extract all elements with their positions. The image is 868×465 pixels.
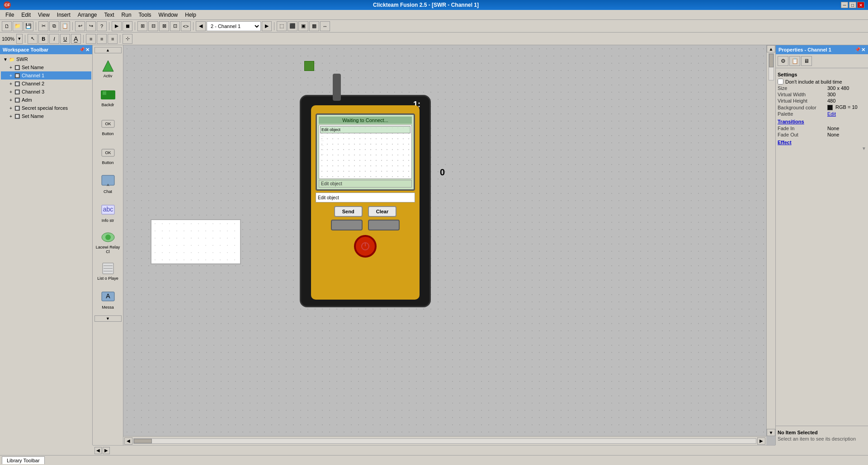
device-clear-button[interactable]: Clear (368, 206, 397, 217)
dont-include-checkbox[interactable] (778, 79, 783, 85)
green-square-object[interactable] (304, 61, 314, 71)
device-power-button[interactable] (354, 235, 377, 258)
properties-pin-button[interactable]: 📌 (855, 47, 860, 53)
prop-icon-display[interactable]: 🖥 (801, 56, 812, 66)
device-send-button[interactable]: Send (334, 206, 363, 217)
grid-button2[interactable]: ⊟ (148, 21, 158, 31)
zoom-dropdown[interactable]: ▾ (16, 34, 23, 44)
obj-backdrop[interactable]: Backdr (94, 84, 122, 111)
transform-tool[interactable]: ⊹ (123, 34, 132, 44)
save-button[interactable]: 💾 (24, 21, 33, 31)
device-input-field[interactable] (316, 193, 415, 202)
vscroll-up-arrow[interactable]: ▲ (767, 45, 775, 52)
frame-btn2[interactable]: ⬛ (288, 21, 297, 31)
obj-lacewing[interactable]: Lacewi Relay Cl (94, 229, 122, 256)
obj-button2[interactable]: OK Button (94, 142, 122, 169)
italic-tool[interactable]: I (49, 34, 59, 44)
tree-item-channel2[interactable]: + 🔲 Channel 2 (1, 80, 91, 88)
grid-button3[interactable]: ⊠ (159, 21, 169, 31)
close-button[interactable]: ✕ (857, 2, 864, 8)
run-button[interactable]: ▶ (112, 21, 122, 31)
next-frame-button[interactable]: ▶ (262, 21, 272, 31)
prop-scroll-down[interactable]: ▼ (778, 146, 866, 151)
align-right-tool[interactable]: ≡ (108, 34, 118, 44)
hscroll-thumb[interactable] (134, 439, 152, 443)
tree-item-setname[interactable]: + 🔲 Set Name (1, 63, 91, 71)
channel-dropdown[interactable]: 2 - Channel 1 (207, 21, 261, 31)
help-button[interactable]: ? (97, 21, 107, 31)
menu-tools[interactable]: Tools (135, 11, 155, 19)
vscroll-down-arrow[interactable]: ▼ (767, 429, 775, 436)
menu-text[interactable]: Text (101, 11, 118, 19)
minimize-button[interactable]: ─ (841, 2, 848, 8)
tree-item-secretsf[interactable]: + 🔲 Secret special forces (1, 104, 91, 112)
tree-item-swr[interactable]: ▼ 📁 SWR (1, 55, 91, 63)
frame-btn1[interactable]: ⬚ (277, 21, 287, 31)
scroll-down-obj[interactable]: ▼ (94, 315, 122, 322)
stop-button[interactable]: ◼ (123, 21, 132, 31)
prev-frame-button[interactable]: ◀ (196, 21, 206, 31)
grid-button5[interactable]: <> (181, 21, 191, 31)
tree-item-channel1[interactable]: + 🔲 Channel 1 (1, 71, 91, 80)
tree-item-adm[interactable]: + 🔲 Adm (1, 96, 91, 104)
hscroll-track[interactable] (133, 438, 756, 444)
obj-button1[interactable]: OK Button (94, 113, 122, 140)
copy-button[interactable]: ⧉ (49, 21, 59, 31)
underline-tool[interactable]: U (60, 34, 70, 44)
frame-prev-nav[interactable]: ◀ (94, 447, 102, 454)
menu-file[interactable]: File (2, 11, 18, 19)
scroll-up-obj[interactable]: ▲ (94, 47, 122, 53)
palette-edit-link[interactable]: Edit (827, 111, 836, 117)
bold-tool[interactable]: B (38, 34, 48, 44)
svg-text:A: A (106, 292, 110, 300)
grid-button1[interactable]: ⊞ (137, 21, 147, 31)
menu-view[interactable]: View (34, 11, 53, 19)
obj-chatbox[interactable]: A Chat (94, 171, 122, 198)
frame-next-nav[interactable]: ▶ (103, 447, 110, 454)
menu-edit[interactable]: Edit (18, 11, 34, 19)
vscroll-thumb[interactable] (769, 54, 774, 67)
tree-item-channel3[interactable]: + 🔲 Channel 3 (1, 88, 91, 96)
menu-window[interactable]: Window (155, 11, 182, 19)
obj-listplayer[interactable]: List o Playe (94, 258, 122, 285)
menu-run[interactable]: Run (118, 11, 135, 19)
obj-message[interactable]: A Messa (94, 287, 122, 314)
menu-help[interactable]: Help (181, 11, 200, 19)
tree-item-setname2[interactable]: + 🔲 Set Name (1, 112, 91, 120)
cut-button[interactable]: ✂ (38, 21, 48, 31)
frame-btn5[interactable]: ↔ (320, 21, 330, 31)
properties-close-button[interactable]: ✕ (861, 47, 865, 53)
select-tool[interactable]: ↖ (28, 34, 38, 44)
transitions-section[interactable]: Transitions (778, 119, 866, 124)
color-tool[interactable]: A̲ (71, 34, 81, 44)
workspace-pin-button[interactable]: 📌 (79, 47, 85, 53)
library-toolbar-tab[interactable]: Library Toolbar (2, 456, 45, 464)
workspace-close-button[interactable]: ✕ (85, 47, 90, 53)
grid-button4[interactable]: ⊡ (170, 21, 180, 31)
align-center-tool[interactable]: ≡ (97, 34, 107, 44)
hscroll-right-arrow[interactable]: ▶ (757, 437, 765, 445)
expand-swr[interactable]: ▼ (3, 57, 8, 62)
restore-button[interactable]: □ (849, 2, 856, 8)
device-nav-btn-left[interactable] (331, 220, 363, 230)
obj-active[interactable]: Activ (94, 55, 122, 82)
device-nav-btn-right[interactable] (368, 220, 400, 230)
device-screen-input-label[interactable]: Edit object (319, 180, 412, 188)
paste-button[interactable]: 📋 (60, 21, 70, 31)
prop-icon-settings[interactable]: ⚙ (778, 56, 788, 66)
hscroll-left-arrow[interactable]: ◀ (124, 437, 132, 445)
vscroll-track[interactable] (769, 53, 774, 80)
redo-button[interactable]: ↪ (86, 21, 96, 31)
align-left-tool[interactable]: ≡ (86, 34, 96, 44)
effect-section[interactable]: Effect (778, 140, 866, 145)
canvas-area[interactable]: 0 1: Waiting to Connect... Edit object (123, 45, 775, 445)
menu-insert[interactable]: Insert (53, 11, 74, 19)
frame-btn4[interactable]: ▩ (309, 21, 319, 31)
prop-icon-events[interactable]: 📋 (789, 56, 800, 66)
obj-infostring[interactable]: abc Info str (94, 200, 122, 227)
menu-arrange[interactable]: Arrange (74, 11, 101, 19)
new-button[interactable]: 🗋 (2, 21, 12, 31)
open-button[interactable]: 📁 (13, 21, 23, 31)
undo-button[interactable]: ↩ (75, 21, 85, 31)
frame-btn3[interactable]: ▣ (298, 21, 308, 31)
